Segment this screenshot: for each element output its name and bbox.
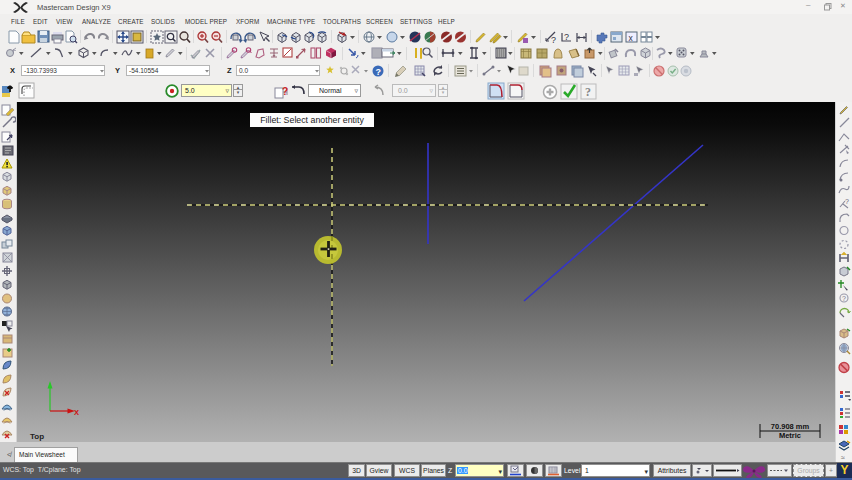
svg-text:?: ? <box>282 86 288 97</box>
svg-text:X: X <box>74 408 79 417</box>
svg-text:Top: Top <box>30 432 44 441</box>
svg-text:?: ? <box>585 85 591 99</box>
svg-text:?: ? <box>845 198 849 205</box>
svg-text:?: ? <box>551 35 556 45</box>
svg-text:Metric: Metric <box>779 431 801 440</box>
svg-text:70.908 mm: 70.908 mm <box>771 422 810 431</box>
svg-text:?: ? <box>376 67 382 77</box>
svg-text:?: ? <box>842 295 846 302</box>
svg-text:?: ? <box>564 32 569 42</box>
svg-text:≈: ≈ <box>841 454 845 461</box>
